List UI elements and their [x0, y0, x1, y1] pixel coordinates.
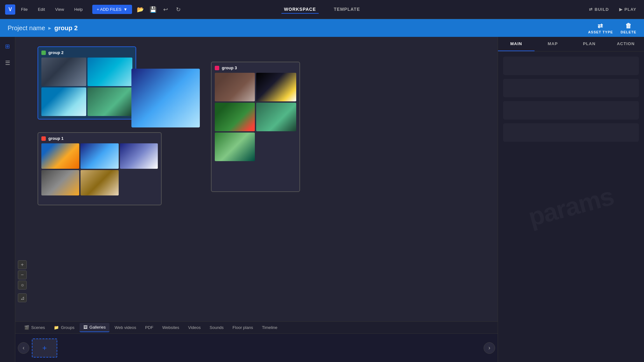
param-block-4 — [503, 123, 639, 142]
group2-img-4 — [88, 87, 132, 116]
tab-groups[interactable]: 📁 Groups — [50, 323, 78, 332]
breadcrumb-project[interactable]: Project name — [8, 24, 45, 32]
tab-videos[interactable]: Videos — [184, 323, 205, 332]
toolbar-icons: 📂 💾 ↩ ↻ — [135, 4, 184, 15]
zoom-out-button[interactable]: − — [18, 270, 27, 279]
videos-label: Videos — [188, 325, 201, 330]
scenes-label: Scenes — [31, 325, 45, 330]
group3-img-4 — [256, 103, 296, 131]
tab-webvideos[interactable]: Web videos — [111, 323, 140, 332]
tab-workspace[interactable]: WORKSPACE — [282, 5, 319, 14]
tab-galleries[interactable]: 🖼 Galleries — [80, 323, 109, 332]
sounds-label: Sounds — [210, 325, 224, 330]
tab-floorplans[interactable]: Floor plans — [229, 323, 257, 332]
right-tab-action[interactable]: ACTION — [607, 37, 644, 51]
undo-button[interactable]: ↩ — [161, 4, 171, 15]
asset-type-label: ASSET TYPE — [588, 30, 613, 34]
group1-img-1 — [41, 143, 79, 169]
group-card-3[interactable]: group 3 — [211, 62, 300, 192]
menu-view[interactable]: View — [53, 6, 66, 13]
group3-img-1 — [215, 73, 255, 101]
standalone-image — [131, 69, 200, 127]
group3-color-dot — [215, 66, 219, 70]
play-action[interactable]: ▶ PLAY — [617, 6, 639, 13]
group2-img-1 — [41, 58, 86, 86]
pdf-label: PDF — [145, 325, 153, 330]
group1-img-6 — [120, 170, 158, 195]
param-block-3 — [503, 101, 639, 120]
group1-img-3 — [120, 143, 158, 169]
group1-label: group 1 — [48, 136, 64, 141]
timeline-area: ‹ + › — [15, 333, 498, 362]
breadcrumb-actions: ⇄ ASSET TYPE 🗑 DELETE — [588, 22, 636, 34]
tab-pdf[interactable]: PDF — [141, 323, 157, 332]
build-icon: ⇄ — [589, 7, 593, 12]
breadcrumb-current: group 2 — [54, 24, 78, 32]
menu-edit[interactable]: Edit — [36, 6, 47, 13]
tab-template[interactable]: TEMPLATE — [331, 5, 362, 14]
group3-images — [215, 73, 296, 161]
right-actions: ⇄ BUILD ▶ PLAY — [586, 6, 639, 13]
tab-sounds[interactable]: Sounds — [206, 323, 228, 332]
timeline-add-slide[interactable]: + — [32, 338, 57, 358]
build-action[interactable]: ⇄ BUILD — [586, 6, 612, 13]
play-icon: ▶ — [619, 7, 623, 12]
group1-img-4 — [41, 170, 79, 195]
breadcrumb-arrow: ▸ — [48, 24, 51, 31]
params-watermark: params — [498, 51, 644, 362]
group-card-2[interactable]: group 2 — [38, 46, 136, 120]
delete-icon: 🗑 — [625, 22, 632, 30]
group2-img-2 — [88, 58, 132, 86]
group2-img-3 — [41, 87, 86, 116]
galleries-label: Galleries — [89, 325, 106, 330]
right-panel-content: params — [498, 51, 644, 362]
menu-bar: File Edit View Help — [19, 6, 85, 13]
tab-websites[interactable]: Websites — [158, 323, 183, 332]
right-panel-tabs: MAIN MAP PLAN ACTION — [498, 37, 644, 51]
tab-timeline[interactable]: Timeline — [258, 323, 281, 332]
menu-help[interactable]: Help — [72, 6, 85, 13]
asset-type-button[interactable]: ⇄ ASSET TYPE — [588, 22, 613, 34]
galleries-icon: 🖼 — [83, 325, 88, 330]
breadcrumb-bar: Project name ▸ group 2 ⇄ ASSET TYPE 🗑 DE… — [0, 19, 644, 37]
param-block-1 — [503, 57, 639, 75]
group-card-1[interactable]: group 1 — [38, 132, 162, 205]
canvas[interactable]: group 2 group 1 — [15, 37, 498, 321]
tab-scenes[interactable]: 🎬 Scenes — [20, 323, 49, 332]
params-text: params — [525, 181, 617, 232]
asset-type-icon: ⇄ — [598, 22, 603, 30]
build-label: BUILD — [595, 7, 609, 12]
redo-button[interactable]: ↻ — [173, 4, 184, 15]
right-tab-map[interactable]: MAP — [535, 37, 571, 51]
zoom-in-button[interactable]: + — [18, 260, 27, 269]
open-folder-button[interactable]: 📂 — [135, 4, 145, 15]
timeline-label: Timeline — [262, 325, 277, 330]
left-sidebar: ⊞ ☰ — [0, 37, 15, 362]
group3-img-3 — [215, 103, 255, 131]
menu-file[interactable]: File — [19, 6, 30, 13]
group3-header: group 3 — [215, 65, 296, 70]
scenes-icon: 🎬 — [24, 325, 29, 330]
group1-img-5 — [80, 170, 118, 195]
zoom-fit-button[interactable]: ⊙ — [18, 281, 27, 290]
sidebar-icon-layers[interactable]: ⊞ — [2, 41, 13, 52]
param-block-2 — [503, 79, 639, 97]
group1-img-2 — [80, 143, 118, 169]
group1-images — [41, 143, 158, 195]
group2-color-dot — [41, 51, 46, 55]
group2-header: group 2 — [41, 50, 132, 55]
add-files-dropdown-icon: ▼ — [123, 7, 128, 12]
filter-button[interactable]: ⊿ — [18, 293, 27, 302]
right-tab-main[interactable]: MAIN — [498, 37, 535, 51]
breadcrumb: Project name ▸ group 2 — [8, 24, 78, 32]
add-files-button[interactable]: + ADD FILES ▼ — [92, 5, 132, 14]
group3-img-2 — [256, 73, 296, 101]
timeline-next-button[interactable]: › — [484, 342, 495, 354]
group1-color-dot — [41, 136, 46, 141]
right-tab-plan[interactable]: PLAN — [571, 37, 608, 51]
sidebar-icon-notes[interactable]: ☰ — [2, 57, 13, 69]
save-button[interactable]: 💾 — [148, 4, 158, 15]
timeline-prev-button[interactable]: ‹ — [18, 342, 29, 354]
delete-button[interactable]: 🗑 DELETE — [621, 22, 636, 34]
center-tabs: WORKSPACE TEMPLATE — [282, 5, 363, 14]
